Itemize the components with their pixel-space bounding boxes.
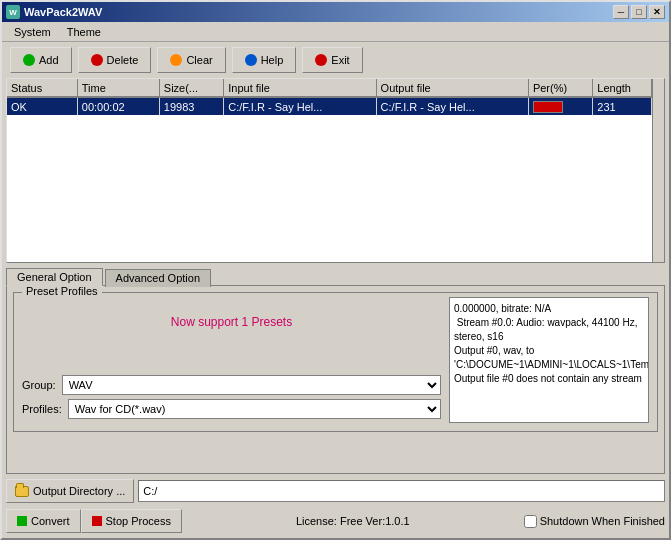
preset-left: Now support 1 Presets Group: WAV Profile… [22,297,441,423]
main-window: W WavPack2WAV ─ □ ✕ System Theme Add Del… [0,0,671,540]
title-bar-left: W WavPack2WAV [6,5,102,19]
delete-button[interactable]: Delete [78,47,152,73]
cell-length: 231 [593,97,652,115]
help-button[interactable]: Help [232,47,297,73]
col-size: Size(... [159,79,223,97]
progress-fill [534,102,562,112]
table-row[interactable]: OK 00:00:02 19983 C:/F.I.R - Say Hel... … [7,97,652,115]
progress-bar [533,101,563,113]
preset-profiles-label: Preset Profiles [22,285,102,297]
preset-group-box: Preset Profiles Now support 1 Presets Gr… [13,292,658,432]
menu-theme[interactable]: Theme [59,24,109,40]
help-icon [245,54,257,66]
col-time: Time [77,79,159,97]
license-text: License: Free Ver:1.0.1 [182,515,524,527]
menu-bar: System Theme [2,22,669,42]
exit-button[interactable]: Exit [302,47,362,73]
tab-general[interactable]: General Option [6,268,103,286]
profiles-label: Profiles: [22,403,62,415]
app-icon: W [6,5,20,19]
col-output: Output file [376,79,528,97]
group-select[interactable]: WAV [62,375,441,395]
delete-icon [91,54,103,66]
file-table: Status Time Size(... Input file Output f… [7,79,652,115]
cell-input: C:/F.I.R - Say Hel... [224,97,376,115]
close-button[interactable]: ✕ [649,5,665,19]
stop-icon [92,516,102,526]
menu-system[interactable]: System [6,24,59,40]
title-bar: W WavPack2WAV ─ □ ✕ [2,2,669,22]
output-directory-button[interactable]: Output Directory ... [6,479,134,503]
folder-icon [15,486,29,497]
col-length: Length [593,79,652,97]
cell-per [528,97,592,115]
group-label: Group: [22,379,56,391]
shutdown-check: Shutdown When Finished [524,515,665,528]
minimize-button[interactable]: ─ [613,5,629,19]
profiles-row: Profiles: Wav for CD(*.wav) [22,399,441,419]
cell-status: OK [7,97,77,115]
toolbar: Add Delete Clear Help Exit [2,42,669,78]
convert-button[interactable]: Convert [6,509,81,533]
col-per: Per(%) [528,79,592,97]
stop-button[interactable]: Stop Process [81,509,182,533]
action-row: Convert Stop Process License: Free Ver:1… [6,508,665,534]
exit-icon [315,54,327,66]
scrollbar-vertical[interactable] [652,79,664,262]
info-panel: 0.000000, bitrate: N/A Stream #0.0: Audi… [449,297,649,423]
file-list-container: Status Time Size(... Input file Output f… [6,78,665,263]
window-title: WavPack2WAV [24,6,102,18]
tabs: General Option Advanced Option [6,267,665,285]
title-controls: ─ □ ✕ [613,5,665,19]
add-icon [23,54,35,66]
tab-area: General Option Advanced Option [6,267,665,285]
output-directory-input[interactable] [138,480,665,502]
clear-icon [170,54,182,66]
col-status: Status [7,79,77,97]
profiles-select[interactable]: Wav for CD(*.wav) [68,399,441,419]
clear-button[interactable]: Clear [157,47,225,73]
cell-size: 19983 [159,97,223,115]
preset-panel: Preset Profiles Now support 1 Presets Gr… [6,285,665,474]
support-text: Now support 1 Presets [22,307,441,337]
tab-advanced[interactable]: Advanced Option [105,269,211,287]
cell-time: 00:00:02 [77,97,159,115]
cell-output: C:/F.I.R - Say Hel... [376,97,528,115]
group-row: Group: WAV [22,375,441,395]
output-dir-row: Output Directory ... [6,478,665,504]
shutdown-checkbox[interactable] [524,515,537,528]
col-input: Input file [224,79,376,97]
maximize-button[interactable]: □ [631,5,647,19]
add-button[interactable]: Add [10,47,72,73]
convert-icon [17,516,27,526]
bottom-section: Output Directory ... Convert Stop Proces… [6,478,665,534]
